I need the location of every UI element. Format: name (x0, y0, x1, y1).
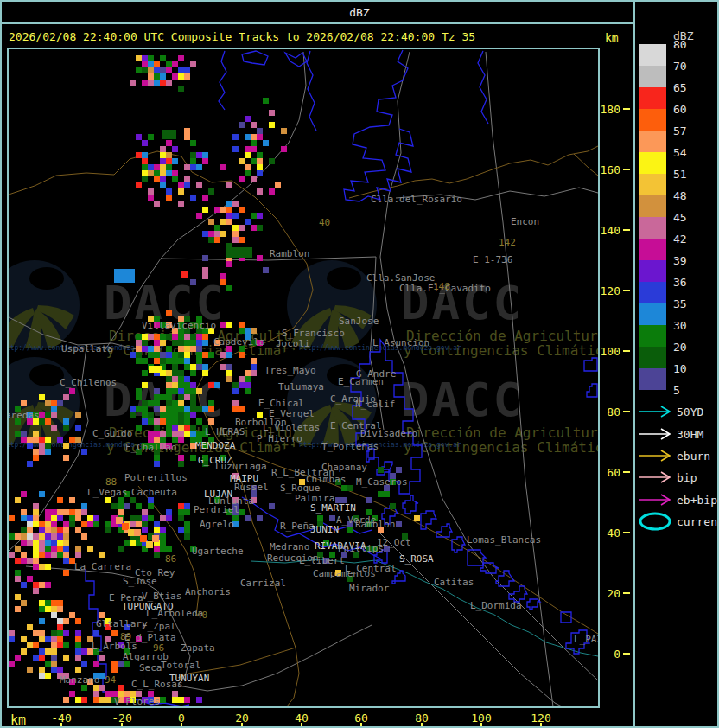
map-place-label: N_calif (355, 399, 395, 409)
scale-value-label: 20 (673, 342, 699, 353)
map-place-label: Ramblon (355, 520, 395, 529)
y-tick-label: 0 (598, 648, 620, 660)
scale-color-block (639, 152, 666, 174)
map-place-label: Manzano (60, 675, 99, 685)
x-tick-mark (360, 723, 362, 728)
y-tick-label: 140 (598, 225, 620, 236)
map-place-label: Luzuriaga (215, 462, 267, 471)
scale-color-block (639, 217, 666, 239)
radar-app-window: dBZ 2026/02/08 22:40:00 UTC Composite Tr… (0, 0, 719, 728)
map-place-label: P_Hierro (257, 434, 302, 444)
scale-color-block (639, 44, 666, 66)
map-place-label: Perdriel (194, 505, 239, 514)
legend-label: eburn (677, 450, 710, 462)
scale-value-label: 65 (673, 82, 699, 93)
y-tick-label: 40 (598, 527, 620, 539)
map-place-label: Phillips (338, 544, 384, 553)
y-tick-label: 180 (598, 104, 620, 115)
map-canvas: DACCDirección de Agriculturay Contingenc… (9, 49, 598, 706)
map-place-label: Medrano (270, 542, 309, 552)
map-place-label: 142 (499, 238, 516, 247)
map-place-label: Clla.SanJose (366, 273, 435, 283)
map-place-label: 94 (105, 675, 116, 685)
scale-color-block (639, 368, 666, 390)
y-tick-mark (623, 229, 630, 231)
scale-color-block (639, 174, 666, 195)
scale-color-block (639, 66, 666, 87)
scale-color-block (639, 303, 666, 325)
map-place-label: Villavicencio (142, 321, 216, 330)
map-place-label: aredas (7, 411, 40, 420)
scale-color-block (639, 347, 666, 368)
y-tick-label: 100 (598, 346, 620, 357)
x-tick-mark (480, 723, 482, 728)
radar-map[interactable]: DACCDirección de Agriculturay Contingenc… (7, 48, 600, 708)
window-title: dBZ (2, 6, 717, 19)
y-tick-mark (623, 350, 630, 352)
map-place-label: SanJose (339, 316, 379, 326)
map-place-label: 86 (165, 554, 176, 564)
map-place-label: Cacheuta (131, 488, 177, 497)
scale-color-block (639, 282, 666, 303)
legend-label: 50YD (677, 406, 703, 418)
map-place-label: Catitas (434, 578, 474, 587)
y-tick-label: 160 (598, 164, 620, 176)
y-tick-label: 80 (598, 406, 620, 418)
map-place-label: E_Chical (258, 399, 304, 408)
map-place-label: R_Peña (280, 521, 315, 531)
y-tick-mark (623, 592, 630, 594)
map-place-label: C_Chilenos (60, 378, 117, 387)
scale-value-label: 60 (673, 104, 699, 115)
map-place-label: Tres_Mayo (264, 366, 316, 375)
y-tick-mark (623, 169, 630, 170)
scale-value-label: 57 (673, 125, 699, 137)
x-tick-mark (60, 723, 62, 728)
scale-value-label: 36 (673, 277, 699, 288)
place-labels: Clla.del_RosarioEncon142E_1-73640Ramblon… (9, 49, 598, 706)
map-place-label: Encon (511, 217, 539, 227)
map-place-label: L_Vegas (87, 488, 127, 497)
scale-value-label: 35 (673, 298, 699, 310)
map-place-label: Divisadero (360, 429, 417, 438)
map-place-label: Russel (234, 482, 269, 492)
y-tick-mark (623, 290, 630, 291)
map-place-label: S_ROSA (399, 554, 434, 564)
x-tick-mark (301, 723, 302, 728)
map-place-label: Potrerillos (124, 473, 188, 482)
map-place-label: Mirador (349, 584, 389, 593)
legend-label: current (677, 516, 719, 527)
x-tick-mark (121, 723, 123, 728)
map-place-label: JUNIN (310, 525, 339, 534)
y-tick-label: 20 (598, 588, 620, 599)
scale-color-block (639, 260, 666, 282)
map-place-label: S_Francisco (282, 329, 345, 338)
map-place-label: V_Flores (114, 697, 160, 706)
map-place-label: S_Roque (280, 483, 320, 493)
30HM-arrow-icon (638, 427, 674, 441)
y-tick-label: 120 (598, 285, 620, 297)
scale-color-block (639, 131, 666, 152)
legend-label: eb+bip (677, 495, 717, 506)
map-place-label: 88 (105, 477, 117, 487)
map-place-label: La_Carrera (74, 562, 131, 572)
scale-value-label: 39 (673, 255, 699, 266)
x-tick-mark (421, 723, 423, 728)
scale-color-block (639, 109, 666, 131)
map-place-label: M_Caseros (356, 477, 408, 487)
map-place-label: 40 (319, 218, 330, 227)
color-scale-panel: dBZ 807065605754514845423936353020105 50… (633, 2, 719, 728)
map-place-label: Capdevila (213, 337, 265, 347)
legend-label: 30HM (677, 429, 703, 440)
map-place-label: S_Jose (123, 577, 157, 586)
map-place-label: Ugarteche (192, 546, 244, 556)
map-place-label: L_Dormida (470, 601, 522, 610)
bip-arrow-icon (638, 470, 674, 484)
y-axis-unit-label: km (605, 31, 619, 44)
map-place-label: Jocoli (276, 339, 310, 348)
legend-label: bip (677, 472, 697, 483)
window-title-bar[interactable]: dBZ (2, 2, 717, 24)
map-place-label: T_Porteñas (321, 442, 379, 451)
scale-value-label: 45 (673, 212, 699, 223)
map-place-label: Lomas_Blancas (467, 535, 541, 545)
scale-value-label: 80 (673, 39, 699, 50)
